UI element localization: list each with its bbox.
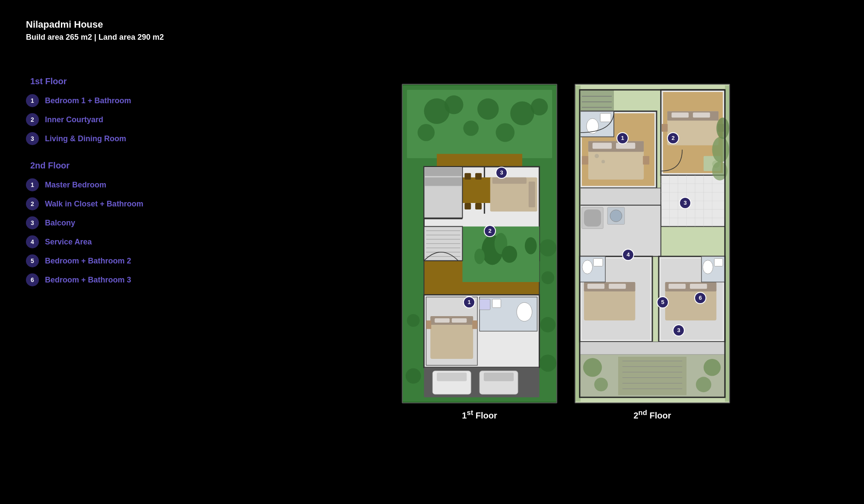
svg-point-66 bbox=[540, 317, 556, 333]
svg-rect-61 bbox=[437, 372, 467, 381]
first-floor-section: 1st Floor 1 Bedroom 1 + Bathroom 2 Inner… bbox=[26, 76, 242, 145]
svg-point-36 bbox=[474, 249, 485, 264]
svg-point-67 bbox=[541, 271, 554, 284]
left-panel: Nilapadmi House Build area 265 m2 | Land… bbox=[0, 0, 268, 504]
house-subtitle: Build area 265 m2 | Land area 290 m2 bbox=[26, 33, 242, 42]
svg-rect-83 bbox=[593, 143, 612, 149]
svg-point-64 bbox=[539, 355, 556, 372]
floor-item-label: Bedroom + Bathroom 3 bbox=[45, 276, 131, 285]
first-floor-items: 1 Bedroom 1 + Bathroom 2 Inner Courtyard… bbox=[26, 94, 242, 145]
floor-item-label: Master Bedroom bbox=[45, 181, 106, 190]
svg-rect-142 bbox=[714, 258, 723, 266]
second-floor-items: 1 Master Bedroom 2 Walk in Closet + Bath… bbox=[26, 178, 242, 286]
svg-rect-130 bbox=[609, 284, 626, 289]
svg-point-49 bbox=[517, 302, 532, 321]
svg-point-37 bbox=[525, 237, 537, 254]
svg-rect-21 bbox=[464, 173, 471, 180]
svg-rect-51 bbox=[480, 299, 490, 310]
list-item: 5 Bedroom + Bathroom 2 bbox=[26, 254, 242, 267]
badge: 4 bbox=[26, 235, 39, 248]
svg-rect-117 bbox=[584, 209, 601, 227]
first-floor-caption: 1st Floor bbox=[462, 409, 497, 421]
first-floor-heading: 1st Floor bbox=[30, 76, 242, 86]
svg-point-8 bbox=[463, 120, 479, 136]
floor-plans: 3 2 1 1st Floor bbox=[402, 84, 730, 421]
floor-item-label: Walk in Closet + Bathroom bbox=[45, 200, 143, 209]
second-floor-section: 2nd Floor 1 Master Bedroom 2 Walk in Clo… bbox=[26, 161, 242, 286]
badge: 3 bbox=[26, 216, 39, 229]
svg-rect-56 bbox=[426, 320, 431, 329]
svg-rect-10 bbox=[437, 154, 522, 167]
marker-1f-2: 2 bbox=[484, 225, 496, 237]
svg-rect-129 bbox=[588, 284, 605, 289]
svg-rect-24 bbox=[475, 203, 482, 209]
svg-point-154 bbox=[594, 377, 608, 391]
marker-1f-1: 1 bbox=[463, 296, 475, 308]
floor-item-label: Inner Courtyard bbox=[45, 115, 103, 124]
svg-point-65 bbox=[407, 314, 420, 327]
second-floor-plan: 1 2 3 4 5 6 3 bbox=[575, 84, 730, 403]
svg-rect-145 bbox=[618, 357, 686, 395]
svg-point-85 bbox=[595, 154, 599, 158]
marker-2f-3: 3 bbox=[679, 197, 691, 209]
svg-point-7 bbox=[418, 124, 435, 141]
list-item: 3 Balcony bbox=[26, 216, 242, 229]
right-panel: 3 2 1 1st Floor bbox=[268, 0, 864, 504]
svg-rect-1 bbox=[407, 90, 552, 158]
svg-rect-139 bbox=[690, 284, 707, 289]
svg-rect-100 bbox=[662, 124, 668, 132]
svg-point-122 bbox=[712, 136, 729, 162]
list-item: 4 Service Area bbox=[26, 235, 242, 248]
first-floor-plan-container: 3 2 1 1st Floor bbox=[402, 84, 557, 421]
svg-rect-50 bbox=[492, 299, 501, 307]
floor-item-label: Bedroom + Bathroom 2 bbox=[45, 257, 131, 266]
svg-rect-96 bbox=[672, 112, 689, 117]
badge: 5 bbox=[26, 254, 39, 267]
svg-rect-22 bbox=[475, 173, 482, 180]
svg-rect-62 bbox=[484, 372, 514, 381]
second-floor-caption: 2nd Floor bbox=[633, 409, 671, 421]
floor-item-label: Bedroom 1 + Bathroom bbox=[45, 96, 131, 105]
marker-2f-1: 1 bbox=[616, 132, 629, 144]
floor-item-label: Balcony bbox=[45, 219, 75, 228]
svg-rect-88 bbox=[643, 156, 649, 165]
badge: 1 bbox=[26, 94, 39, 107]
svg-rect-54 bbox=[435, 318, 450, 323]
svg-point-86 bbox=[601, 160, 605, 163]
marker-2f-2: 2 bbox=[667, 132, 679, 144]
svg-rect-133 bbox=[594, 258, 603, 266]
svg-point-63 bbox=[406, 368, 421, 384]
marker-1f-3: 3 bbox=[496, 167, 508, 179]
svg-point-153 bbox=[704, 359, 721, 376]
svg-rect-30 bbox=[425, 177, 461, 186]
floor-item-label: Service Area bbox=[45, 238, 92, 247]
badge: 2 bbox=[26, 197, 39, 210]
svg-point-5 bbox=[510, 101, 534, 125]
svg-rect-97 bbox=[693, 112, 710, 117]
marker-2f-3b: 3 bbox=[673, 324, 685, 336]
svg-point-9 bbox=[496, 123, 515, 142]
svg-rect-143 bbox=[580, 342, 725, 355]
svg-rect-26 bbox=[529, 181, 535, 207]
second-floor-heading: 2nd Floor bbox=[30, 161, 242, 171]
svg-rect-91 bbox=[600, 113, 611, 122]
svg-point-6 bbox=[531, 98, 548, 115]
list-item: 2 Inner Courtyard bbox=[26, 113, 242, 126]
floor-item-label: Living & Dining Room bbox=[45, 134, 126, 143]
svg-rect-138 bbox=[669, 284, 686, 289]
svg-point-123 bbox=[716, 117, 729, 139]
first-floor-plan: 3 2 1 bbox=[402, 84, 557, 403]
badge: 1 bbox=[26, 178, 39, 191]
second-floor-plan-container: 1 2 3 4 5 6 3 2nd Floor bbox=[575, 84, 730, 421]
svg-point-141 bbox=[703, 260, 713, 274]
badge: 2 bbox=[26, 113, 39, 126]
svg-point-4 bbox=[477, 98, 499, 119]
svg-point-119 bbox=[610, 210, 622, 222]
list-item: 6 Bedroom + Bathroom 3 bbox=[26, 273, 242, 286]
svg-rect-55 bbox=[452, 318, 467, 323]
svg-rect-29 bbox=[425, 168, 461, 176]
svg-point-155 bbox=[696, 377, 712, 392]
list-item: 1 Master Bedroom bbox=[26, 178, 242, 191]
badge: 6 bbox=[26, 273, 39, 286]
svg-rect-57 bbox=[472, 320, 477, 329]
